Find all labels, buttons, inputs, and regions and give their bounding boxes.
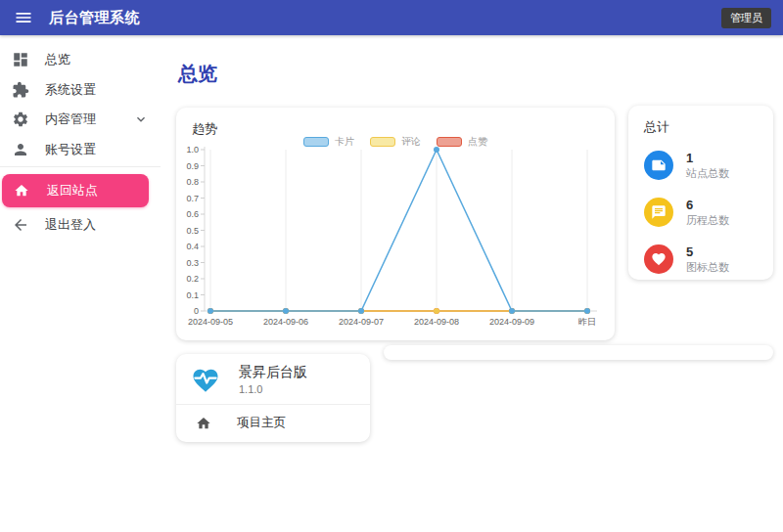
logout-button[interactable]: 退出登入 (0, 210, 161, 241)
trend-chart-card: 趋势 卡片 评论 点赞 00.10.20.30.40.50.60.70.80.9… (176, 108, 615, 340)
chat-icon (644, 198, 673, 227)
svg-text:0.6: 0.6 (186, 209, 199, 219)
gear-icon (12, 111, 29, 128)
svg-text:0.9: 0.9 (186, 161, 199, 171)
svg-text:0.7: 0.7 (186, 194, 199, 203)
svg-text:2024-09-09: 2024-09-09 (489, 317, 534, 327)
total-item-sites: 1 站点总数 (644, 142, 758, 189)
sidebar-item-label: 账号设置 (45, 141, 96, 158)
total-label: 历程总数 (686, 213, 729, 227)
svg-text:0.1: 0.1 (186, 290, 199, 300)
user-role-badge[interactable]: 管理员 (721, 8, 771, 28)
svg-text:0.2: 0.2 (186, 274, 199, 284)
sidebar-item-content-management[interactable]: 内容管理 (0, 105, 161, 135)
svg-text:2024-09-06: 2024-09-06 (263, 317, 308, 327)
sidebar-item-system-settings[interactable]: 系统设置 (0, 75, 161, 106)
hamburger-menu-icon[interactable] (14, 8, 33, 27)
svg-text:0.4: 0.4 (186, 242, 199, 251)
sidebar-item-label: 内容管理 (45, 111, 96, 128)
svg-text:2024-09-08: 2024-09-08 (414, 317, 459, 327)
svg-text:0: 0 (194, 306, 199, 316)
chevron-down-icon[interactable] (133, 111, 149, 127)
sidebar-item-overview[interactable]: 总览 (0, 45, 161, 75)
svg-text:1.0: 1.0 (186, 145, 199, 155)
person-icon (12, 141, 29, 158)
puzzle-icon (12, 81, 29, 99)
logout-label: 退出登入 (45, 216, 96, 234)
trend-card-title: 趋势 (176, 108, 615, 138)
note-icon (644, 151, 673, 180)
about-card-top: 景昇后台版 1.1.0 (176, 354, 370, 395)
back-to-site-label: 返回站点 (47, 182, 98, 200)
sidebar-divider (0, 166, 161, 167)
total-value: 6 (686, 198, 729, 213)
page-title: 总览 (178, 61, 217, 87)
svg-text:昨日: 昨日 (578, 317, 596, 327)
arrow-left-icon (12, 216, 29, 234)
total-value: 1 (686, 151, 729, 166)
totals-list: 1 站点总数 6 历程总数 5 图标总数 (628, 136, 773, 283)
svg-text:2024-09-05: 2024-09-05 (188, 317, 233, 327)
total-label: 图标总数 (686, 260, 729, 274)
svg-text:0.8: 0.8 (186, 177, 199, 187)
admin-dashboard: 后台管理系统 管理员 总览 系统设置 内容管理 (0, 0, 783, 532)
svg-text:0.5: 0.5 (186, 226, 199, 236)
trend-line-chart: 00.10.20.30.40.50.60.70.80.91.02024-09-0… (176, 145, 615, 336)
svg-text:2024-09-07: 2024-09-07 (339, 317, 384, 327)
project-home-label: 项目主页 (237, 415, 286, 431)
total-label: 站点总数 (686, 166, 729, 180)
heart-pulse-icon (190, 366, 221, 395)
about-card: 景昇后台版 1.1.0 项目主页 (176, 354, 370, 442)
svg-text:0.3: 0.3 (186, 258, 199, 268)
back-to-site-button[interactable]: 返回站点 (2, 174, 149, 207)
app-version: 1.1.0 (239, 383, 307, 395)
project-home-link[interactable]: 项目主页 (176, 405, 370, 431)
heart-icon (644, 244, 673, 274)
empty-collapsed-card (384, 345, 773, 360)
total-value: 5 (686, 244, 729, 260)
home-icon (196, 416, 211, 431)
totals-card: 总计 1 站点总数 6 历程总数 (628, 106, 773, 280)
total-item-history: 6 历程总数 (644, 189, 758, 236)
sidebar-item-label: 系统设置 (45, 81, 96, 99)
app-title: 后台管理系统 (49, 9, 140, 27)
sidebar-item-account-settings[interactable]: 账号设置 (0, 135, 161, 165)
app-name: 景昇后台版 (239, 364, 307, 381)
home-icon (14, 183, 29, 199)
dashboard-icon (12, 51, 29, 68)
sidebar-nav: 总览 系统设置 内容管理 账号设置 (0, 35, 161, 532)
sidebar-item-label: 总览 (45, 51, 70, 68)
totals-card-title: 总计 (628, 106, 773, 136)
total-item-icons: 5 图标总数 (644, 236, 758, 283)
top-app-bar: 后台管理系统 管理员 (0, 0, 783, 35)
